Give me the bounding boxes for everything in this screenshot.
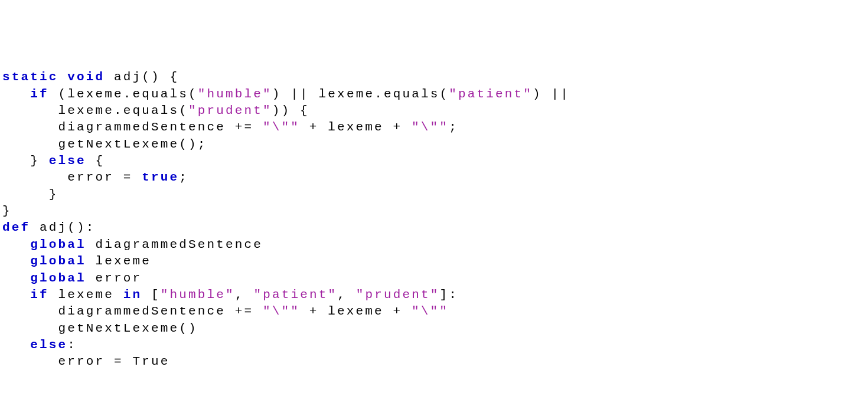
- code-line-16: getNextLexeme(): [2, 322, 198, 335]
- code-line-18: error = True: [2, 355, 170, 368]
- code-line-1: static void adj() {: [2, 70, 179, 84]
- code-line-2: if (lexeme.equals("humble") || lexeme.eq…: [2, 87, 570, 101]
- code-line-10: def adj():: [2, 221, 96, 234]
- code-line-4: diagrammedSentence += "\"" + lexeme + "\…: [2, 120, 458, 134]
- code-line-5: getNextLexeme();: [2, 137, 207, 151]
- code-line-9: }: [2, 204, 12, 218]
- code-line-8: }: [2, 188, 58, 201]
- code-line-7: error = true;: [2, 171, 188, 184]
- code-line-12: global lexeme: [2, 254, 151, 268]
- code-block: static void adj() { if (lexeme.equals("h…: [0, 67, 868, 372]
- code-line-3: lexeme.equals("prudent")) {: [2, 104, 309, 117]
- code-line-13: global error: [2, 271, 142, 285]
- code-line-11: global diagrammedSentence: [2, 238, 263, 251]
- code-line-6: } else {: [2, 154, 105, 168]
- code-line-14: if lexeme in ["humble", "patient", "prud…: [2, 288, 458, 302]
- code-line-17: else:: [2, 338, 77, 352]
- code-line-15: diagrammedSentence += "\"" + lexeme + "\…: [2, 304, 449, 318]
